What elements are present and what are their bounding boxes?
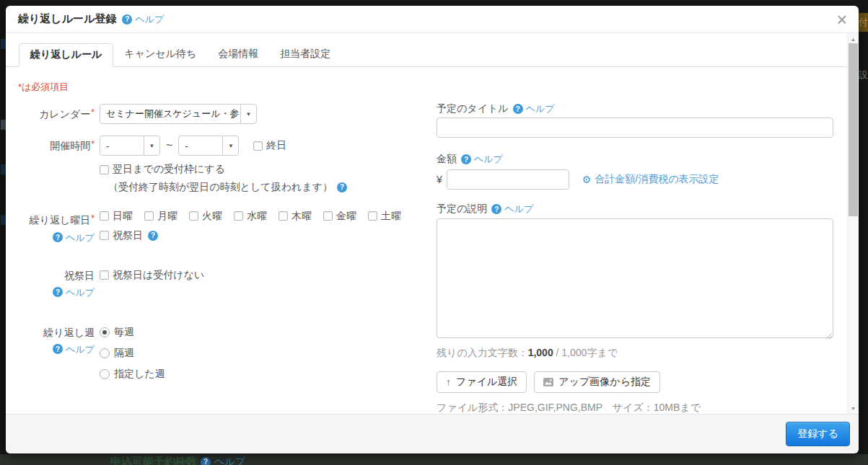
image-icon <box>543 378 553 386</box>
radio-icon <box>100 327 110 337</box>
repeat-days-row: 繰り返し曜日* ? ヘルプ 日曜 月曜 火曜 水曜 木曜 金曜 土曜 <box>6 210 430 244</box>
calendar-select[interactable]: セミナー開催スケジュール・参 ▼ <box>100 104 257 124</box>
help-icon: ? <box>513 104 523 114</box>
calendar-label: カレンダー* <box>6 104 95 121</box>
amount-input[interactable] <box>447 169 569 190</box>
background-page-left <box>0 0 6 465</box>
weekday-checkbox-tuesday[interactable]: 火曜 <box>189 210 222 223</box>
background-fragment <box>1 215 6 225</box>
weekday-label: 土曜 <box>381 210 401 223</box>
background-help-label: ヘルプ <box>214 456 245 465</box>
background-fragment <box>1 39 6 49</box>
next-day-note: （受付終了時刻が翌日の時刻として扱われます） ? <box>108 181 430 194</box>
checkbox-icon <box>189 211 198 221</box>
from-uploaded-image-button[interactable]: アップ画像から指定 <box>534 371 660 393</box>
char-counter-value: 1,000 <box>528 347 553 358</box>
tab-staff-settings[interactable]: 担当者設定 <box>269 43 341 67</box>
caret-down-icon: ▼ <box>222 136 238 155</box>
title-field-label-text: 予定のタイトル <box>437 102 509 115</box>
time-to-select[interactable]: - ▼ <box>178 136 239 156</box>
all-day-label: 終日 <box>266 139 286 152</box>
checkbox-icon <box>100 270 109 280</box>
holiday-day-label: 祝祭日 <box>113 229 143 242</box>
checkbox-icon <box>253 141 263 151</box>
close-icon[interactable]: × <box>836 12 847 27</box>
time-label: 開催時間* <box>6 136 95 153</box>
help-icon[interactable]: ? <box>148 231 158 241</box>
description-help-link[interactable]: ? ヘルプ <box>491 203 533 216</box>
help-icon: ? <box>461 154 471 164</box>
help-icon: ? <box>53 287 63 297</box>
time-separator: ~ <box>166 139 172 152</box>
tab-venue-info[interactable]: 会場情報 <box>207 43 269 67</box>
holiday-help-link[interactable]: ? ヘルプ <box>53 286 95 298</box>
scroll-up-icon[interactable]: ▲ <box>848 35 859 43</box>
tab-cancel-wait[interactable]: キャンセル待ち <box>113 43 207 67</box>
background-page-bottom: 申込可能予約枠数 ? ヘルプ <box>0 454 868 465</box>
weekday-checkbox-friday[interactable]: 金曜 <box>323 210 356 223</box>
repeat-days-help-link[interactable]: ? ヘルプ <box>53 231 95 244</box>
radio-every-week[interactable]: 毎週 <box>100 326 165 339</box>
checkbox-icon <box>323 211 333 221</box>
scrollbar-thumb[interactable] <box>849 43 858 216</box>
weekday-checkbox-saturday[interactable]: 土曜 <box>368 210 401 223</box>
form-right-column: 予定のタイトル ? ヘルプ 金額 ? ヘルプ ¥ ⚙ 合計金額/消費 <box>437 65 833 414</box>
holiday-label: 祝祭日 ? ヘルプ <box>6 265 95 298</box>
weekday-checkbox-monday[interactable]: 月曜 <box>144 210 177 223</box>
weekday-label: 木曜 <box>291 210 312 223</box>
help-icon[interactable]: ? <box>337 182 347 192</box>
title-field-help-link[interactable]: ? ヘルプ <box>513 102 555 115</box>
no-holiday-checkbox[interactable]: 祝祭日は受付けない <box>100 269 204 282</box>
description-label: 予定の説明 ? ヘルプ <box>437 203 833 216</box>
time-row: 開催時間* - ▼ ~ - ▼ 終日 <box>6 136 430 156</box>
modal-header: 繰り返しルール登録 ? ヘルプ × <box>6 6 859 33</box>
tab-repeat-rule[interactable]: 繰り返しルール <box>19 43 113 67</box>
weekday-label: 金曜 <box>336 210 356 223</box>
submit-button[interactable]: 登録する <box>786 422 850 446</box>
next-day-checkbox[interactable]: 翌日までの受付枠にする <box>100 163 225 176</box>
weekday-label: 日曜 <box>113 210 133 223</box>
next-day-label: 翌日までの受付枠にする <box>113 163 225 176</box>
modal-body: 繰り返しルール キャンセル待ち 会場情報 担当者設定 *は必須項目 カレンダー*… <box>6 33 859 414</box>
title-input[interactable] <box>437 118 833 138</box>
background-fragment: 付 <box>859 13 868 32</box>
radio-label: 隔週 <box>114 347 134 360</box>
scroll-down-icon[interactable]: ▼ <box>848 404 859 412</box>
caret-down-icon: ▼ <box>240 105 256 123</box>
time-from-select[interactable]: - ▼ <box>100 136 160 156</box>
description-textarea[interactable] <box>437 218 833 338</box>
help-icon: ? <box>53 232 63 242</box>
amount-label-text: 金額 <box>437 153 457 166</box>
calendar-row: カレンダー* セミナー開催スケジュール・参 ▼ <box>6 104 430 124</box>
help-link-label: ヘルプ <box>474 153 503 166</box>
repeat-days-label-text: 繰り返し曜日 <box>30 214 91 226</box>
help-icon: ? <box>201 457 211 465</box>
from-uploaded-image-label: アップ画像から指定 <box>558 376 651 389</box>
repeat-week-help-link[interactable]: ? ヘルプ <box>53 343 95 355</box>
checkbox-icon <box>100 211 109 221</box>
radio-specified-week[interactable]: 指定した週 <box>100 368 165 381</box>
required-mark: * <box>91 107 95 118</box>
file-format-note: ファイル形式：JPEG,GIF,PNG,BMP サイズ：10MBまで <box>437 402 833 414</box>
weekday-checkbox-sunday[interactable]: 日曜 <box>100 210 133 223</box>
amount-help-link[interactable]: ? ヘルプ <box>461 153 503 166</box>
amount-label: 金額 ? ヘルプ <box>437 153 833 166</box>
file-select-label: ファイル選択 <box>456 376 517 389</box>
holiday-row: 祝祭日 ? ヘルプ 祝祭日は受付けない <box>6 265 430 298</box>
weekday-checkbox-wednesday[interactable]: 水曜 <box>234 210 267 223</box>
no-holiday-label: 祝祭日は受付けない <box>113 269 204 282</box>
tax-settings-link[interactable]: ⚙ 合計金額/消費税の表示設定 <box>582 173 719 186</box>
title-help-link[interactable]: ? ヘルプ <box>122 13 164 26</box>
char-counter-prefix: 残りの入力文字数： <box>437 347 528 358</box>
radio-icon <box>100 348 110 358</box>
weekday-checkbox-thursday[interactable]: 木曜 <box>279 210 312 223</box>
upload-arrow-icon: ↑ <box>446 376 451 388</box>
file-select-button[interactable]: ↑ ファイル選択 <box>437 371 527 393</box>
holiday-day-checkbox[interactable]: 祝祭日 <box>100 229 143 242</box>
radio-biweekly[interactable]: 隔週 <box>100 347 165 360</box>
modal-title: 繰り返しルール登録 <box>18 12 116 26</box>
modal-scrollbar[interactable]: ▲ ▼ <box>847 33 859 414</box>
required-mark: * <box>91 213 95 223</box>
char-counter-suffix: / 1,000字まで <box>553 347 618 358</box>
all-day-checkbox[interactable]: 終日 <box>253 139 286 152</box>
